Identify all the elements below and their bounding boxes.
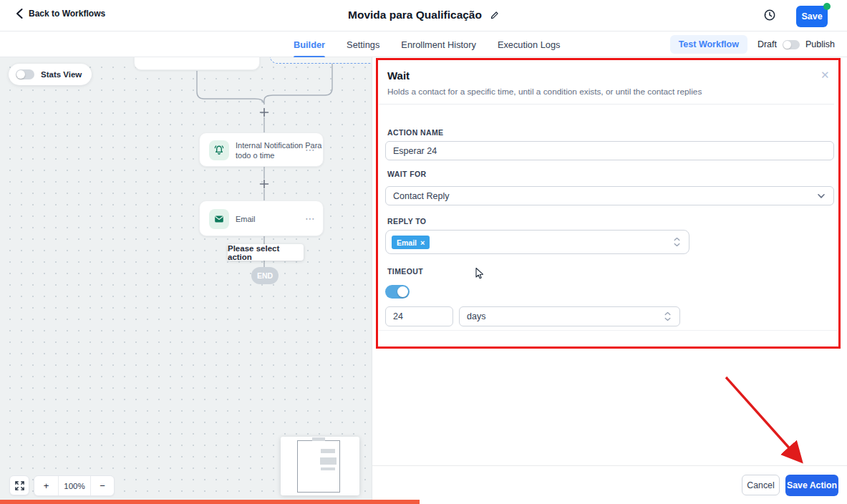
cancel-button[interactable]: Cancel bbox=[742, 475, 780, 495]
reply-to-tag-label: Email bbox=[397, 238, 417, 247]
close-icon[interactable]: ✕ bbox=[821, 69, 830, 82]
timeout-unit-value: days bbox=[467, 311, 485, 321]
end-node: END bbox=[251, 267, 279, 284]
zoom-in-button[interactable]: + bbox=[34, 476, 58, 495]
node-email-label: Email bbox=[236, 214, 256, 224]
wait-action-panel: Wait ✕ Holds a contact for a specific ti… bbox=[372, 57, 847, 504]
bottom-progress-bar bbox=[0, 500, 420, 504]
minimap-page-outline bbox=[297, 440, 340, 493]
node-qualificacao[interactable]: qualificação bbox=[134, 57, 260, 70]
back-label: Back to Workflows bbox=[29, 9, 105, 19]
node-menu-icon[interactable]: ⋯ bbox=[305, 144, 316, 155]
canvas-minimap[interactable] bbox=[281, 437, 359, 495]
expand-icon bbox=[15, 481, 24, 490]
panel-description: Holds a contact for a specific time, unt… bbox=[387, 87, 702, 97]
reply-to-multiselect[interactable]: Email × bbox=[385, 230, 689, 254]
workflow-title: Movida para Qualificação bbox=[348, 9, 482, 21]
tag-remove-icon[interactable]: × bbox=[420, 238, 425, 247]
stats-toggle-switch[interactable] bbox=[16, 69, 34, 79]
reply-to-tag: Email × bbox=[392, 236, 430, 249]
top-header: Back to Workflows Movida para Qualificaç… bbox=[0, 0, 847, 32]
red-arrow-annotation bbox=[709, 365, 845, 472]
save-button[interactable]: Save bbox=[796, 6, 828, 27]
timeout-toggle[interactable] bbox=[385, 285, 410, 299]
chevron-left-icon bbox=[16, 9, 23, 19]
wait-for-value: Contact Reply bbox=[393, 191, 450, 201]
tab-enrollment-history[interactable]: Enrollment History bbox=[401, 32, 476, 57]
workflow-canvas[interactable]: Stats View qualificação Internal Notific… bbox=[0, 57, 372, 504]
chevron-down-icon bbox=[818, 193, 825, 198]
timeout-unit-select[interactable]: days bbox=[459, 306, 680, 326]
wait-for-label: WAIT FOR bbox=[387, 170, 427, 178]
test-workflow-button[interactable]: Test Workflow bbox=[670, 35, 747, 54]
footer-divider bbox=[372, 465, 847, 466]
node-internal-notification[interactable]: Internal Notification Para todo o time ⋯ bbox=[199, 132, 324, 167]
stats-view-toggle[interactable]: Stats View bbox=[9, 64, 92, 85]
email-icon bbox=[209, 209, 229, 229]
reply-to-label: REPLY TO bbox=[387, 217, 426, 226]
mouse-cursor bbox=[475, 268, 485, 280]
node-menu-icon[interactable]: ⋯ bbox=[305, 213, 316, 224]
dashed-branch-box bbox=[270, 57, 372, 64]
zoom-out-button[interactable]: − bbox=[90, 476, 114, 495]
timeout-label: TIMEOUT bbox=[387, 267, 423, 276]
version-history-icon[interactable] bbox=[763, 9, 778, 23]
fit-screen-button[interactable] bbox=[9, 475, 29, 495]
timeout-value-input[interactable] bbox=[385, 306, 453, 326]
back-to-workflows[interactable]: Back to Workflows bbox=[16, 9, 105, 19]
publish-label: Publish bbox=[805, 39, 835, 49]
publish-toggle[interactable] bbox=[783, 40, 800, 49]
stepper-icon bbox=[664, 312, 671, 321]
tab-builder[interactable]: Builder bbox=[294, 32, 325, 57]
node-email[interactable]: Email ⋯ bbox=[199, 200, 324, 236]
draft-label: Draft bbox=[758, 39, 777, 49]
stats-view-label: Stats View bbox=[41, 70, 82, 79]
select-action-tooltip: Please select action bbox=[228, 244, 304, 261]
tab-settings[interactable]: Settings bbox=[347, 32, 379, 57]
edit-pencil-icon[interactable] bbox=[490, 11, 499, 20]
action-name-label: ACTION NAME bbox=[387, 128, 443, 137]
tab-execution-logs[interactable]: Execution Logs bbox=[498, 32, 561, 57]
zoom-level: 100% bbox=[58, 476, 90, 495]
action-name-input[interactable] bbox=[385, 141, 834, 160]
workflow-tabbar: Builder Settings Enrollment History Exec… bbox=[0, 32, 847, 57]
bell-icon bbox=[209, 140, 229, 160]
zoom-controls: + 100% − bbox=[34, 475, 115, 496]
panel-title: Wait bbox=[387, 69, 410, 82]
save-action-button[interactable]: Save Action bbox=[785, 475, 838, 496]
unsaved-changes-dot bbox=[823, 3, 831, 10]
wait-for-select[interactable]: Contact Reply bbox=[385, 186, 834, 205]
stepper-icon bbox=[674, 238, 680, 247]
